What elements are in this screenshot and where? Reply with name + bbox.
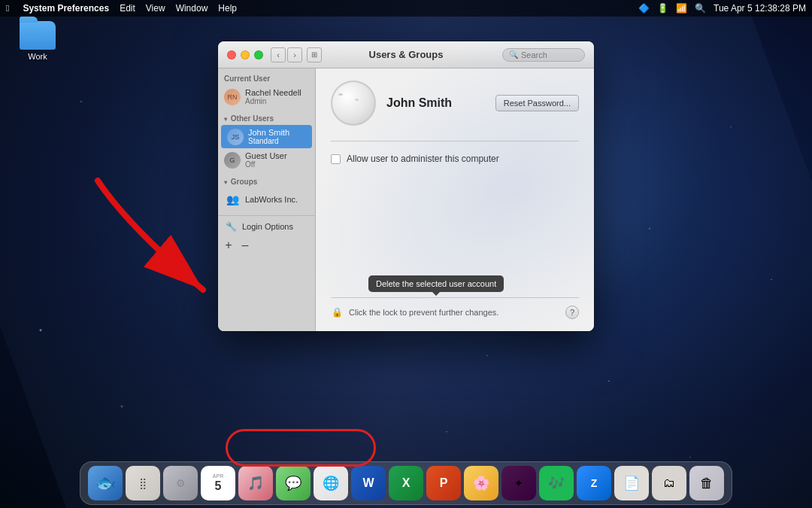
dock-item-syspref[interactable]: ⚙ <box>163 466 198 500</box>
user-avatar-large <box>331 81 376 126</box>
dock-item-messages[interactable]: 💬 <box>276 466 311 500</box>
sidebar: Current User RN Rachel Needell Admin ▾ O… <box>218 68 316 331</box>
dock-item-spotify[interactable]: 🎶 <box>539 466 574 500</box>
menu-help[interactable]: Help <box>218 3 237 14</box>
golf-ball-avatar <box>332 82 374 124</box>
desktop-folder-work[interactable]: Work <box>14 21 62 61</box>
window-content: Current User RN Rachel Needell Admin ▾ O… <box>218 68 594 331</box>
lock-icon[interactable]: 🔒 <box>331 306 343 318</box>
menubar-left:  System Preferences Edit View Window He… <box>6 3 237 14</box>
tooltip-text: Delete the selected user account <box>376 279 496 288</box>
folder-label: Work <box>28 52 47 61</box>
divider <box>331 141 579 141</box>
search-icon: 🔍 <box>509 50 518 59</box>
dock-item-powerpoint[interactable]: P <box>426 466 461 500</box>
john-avatar-initials: JS <box>232 133 240 141</box>
spotlight-icon[interactable]: 🔍 <box>695 3 706 14</box>
desktop-background <box>0 0 812 508</box>
john-name: John Smith <box>248 128 289 137</box>
add-user-button[interactable]: + <box>221 239 236 252</box>
desktop:  System Preferences Edit View Window He… <box>0 0 812 508</box>
users-groups-window: ‹ › ⊞ Users & Groups 🔍 Current User RN <box>218 41 594 331</box>
titlebar: ‹ › ⊞ Users & Groups 🔍 <box>218 41 594 68</box>
labworks-name: LabWorks Inc. <box>245 195 298 204</box>
search-input[interactable] <box>521 50 581 59</box>
forward-button[interactable]: › <box>287 47 302 62</box>
user-info: John Smith <box>386 96 452 110</box>
groups-chevron: ▾ <box>224 179 227 186</box>
login-options-label: Login Options <box>242 222 293 231</box>
window-title: Users & Groups <box>369 49 444 60</box>
battery-icon: 🔋 <box>657 3 668 14</box>
dock-item-excel[interactable]: X <box>389 466 423 500</box>
help-button[interactable]: ? <box>565 306 579 319</box>
dock-item-zoom[interactable]: Z <box>577 466 611 500</box>
sidebar-item-john[interactable]: JS John Smith Standard <box>221 125 312 148</box>
close-button[interactable] <box>227 50 236 59</box>
rachel-name: Rachel Needell <box>245 88 301 97</box>
guest-text: Guest User Off <box>245 151 287 169</box>
guest-avatar: G <box>224 152 241 169</box>
menu-edit[interactable]: Edit <box>120 3 135 14</box>
other-users-label: ▾ Other Users <box>218 108 315 125</box>
grid-button[interactable]: ⊞ <box>307 47 322 62</box>
dock-item-launchpad[interactable]: ⣿ <box>126 466 160 500</box>
rachel-avatar: RN <box>224 89 241 105</box>
allow-admin-label: Allow user to administer this computer <box>347 154 499 164</box>
menubar-right: 🔷 🔋 📶 🔍 Tue Apr 5 12:38:28 PM <box>638 3 806 14</box>
search-box[interactable]: 🔍 <box>502 48 585 62</box>
traffic-lights <box>227 50 263 59</box>
dock-item-word[interactable]: W <box>351 466 386 500</box>
rachel-text: Rachel Needell Admin <box>245 88 301 105</box>
dock-item-calendar[interactable]: APR 5 <box>201 466 235 500</box>
clock: Tue Apr 5 12:38:28 PM <box>714 3 806 14</box>
reset-password-button[interactable]: Reset Password... <box>495 95 579 111</box>
menubar:  System Preferences Edit View Window He… <box>0 0 812 17</box>
dock: 🐟 ⣿ ⚙ APR 5 🎵 💬 🌐 W X P 🌸 ✦ 🎶 Z 📄 🗂 🗑 <box>80 461 732 505</box>
dock-item-trash[interactable]: 🗑 <box>689 466 724 500</box>
bottom-bar: 🔒 Click the lock to prevent further chan… <box>331 297 579 319</box>
allow-admin-checkbox[interactable] <box>331 154 341 164</box>
maximize-button[interactable] <box>254 50 263 59</box>
tooltip-delete: Delete the selected user account <box>368 275 504 292</box>
dock-item-files1[interactable]: 📄 <box>614 466 649 500</box>
dock-item-files2[interactable]: 🗂 <box>652 466 686 500</box>
groups-label: ▾ Groups <box>218 172 315 188</box>
guest-role: Off <box>245 160 287 169</box>
dock-item-music[interactable]: 🎵 <box>238 466 273 500</box>
other-users-chevron: ▾ <box>224 116 227 123</box>
admin-option-row: Allow user to administer this computer <box>331 154 579 164</box>
guest-name: Guest User <box>245 151 287 160</box>
rachel-avatar-initials: RN <box>228 93 238 101</box>
sidebar-item-rachel[interactable]: RN Rachel Needell Admin <box>218 85 315 108</box>
remove-user-button[interactable]: – <box>238 239 253 252</box>
apple-menu[interactable]:  <box>6 3 9 14</box>
dropbox-icon: 🔷 <box>638 3 650 14</box>
john-text: John Smith Standard <box>248 128 289 145</box>
user-name-display: John Smith <box>386 96 452 110</box>
app-name[interactable]: System Preferences <box>23 3 109 14</box>
main-panel: John Smith Reset Password... Allow user … <box>316 68 594 331</box>
back-button[interactable]: ‹ <box>271 47 286 62</box>
group-icon: 👥 <box>224 191 241 208</box>
folder-icon <box>20 21 56 50</box>
nav-buttons: ‹ › <box>271 47 302 62</box>
rachel-role: Admin <box>245 97 301 105</box>
minimize-button[interactable] <box>241 50 250 59</box>
dock-item-chrome[interactable]: 🌐 <box>314 466 348 500</box>
menu-window[interactable]: Window <box>176 3 208 14</box>
sidebar-item-login-options[interactable]: 🔧 Login Options <box>218 216 315 237</box>
user-header: John Smith Reset Password... <box>331 81 579 126</box>
john-avatar: JS <box>227 129 244 145</box>
menu-view[interactable]: View <box>146 3 165 14</box>
lock-text: Click the lock to prevent further change… <box>349 308 498 317</box>
sidebar-item-labworks[interactable]: 👥 LabWorks Inc. <box>218 188 315 211</box>
dock-item-slack[interactable]: ✦ <box>501 466 536 500</box>
john-role: Standard <box>248 137 289 145</box>
labworks-text: LabWorks Inc. <box>245 195 298 204</box>
sidebar-item-guest[interactable]: G Guest User Off <box>218 148 315 172</box>
dock-item-photos[interactable]: 🌸 <box>464 466 498 500</box>
add-remove-bar: + – <box>218 237 315 254</box>
dock-item-finder[interactable]: 🐟 <box>88 466 123 500</box>
login-options-icon: 🔧 <box>224 220 238 233</box>
